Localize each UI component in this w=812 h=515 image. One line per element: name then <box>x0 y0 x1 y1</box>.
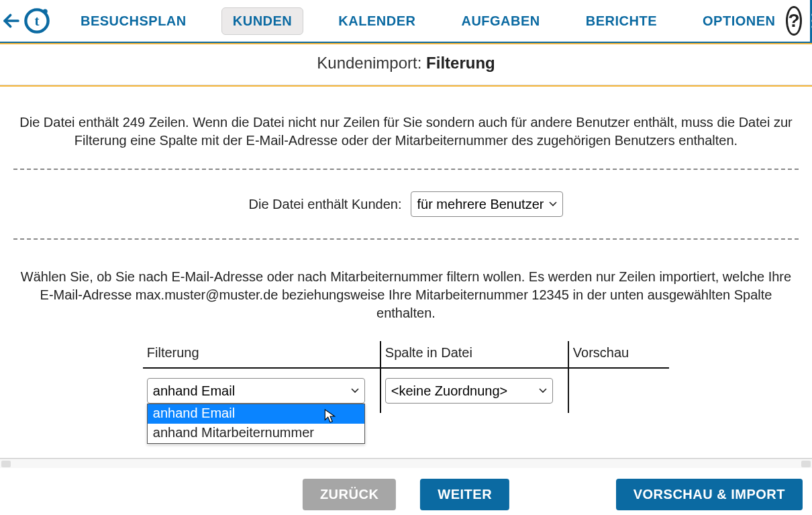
nav-berichte[interactable]: BERICHTE <box>575 8 668 34</box>
next-step-button[interactable]: WEITER <box>420 479 509 510</box>
divider-2 <box>13 238 799 240</box>
intro-paragraph: Die Datei enthält 249 Zeilen. Wenn die D… <box>17 113 795 150</box>
filter-select-wrap: anhand Email anhand Email anhand Mitarbe… <box>147 378 365 404</box>
preview-import-button[interactable]: VORSCHAU & IMPORT <box>616 479 803 510</box>
nav-kalender[interactable]: KALENDER <box>327 8 426 34</box>
scope-label: Die Datei enthält Kunden: <box>249 197 402 212</box>
th-filterung: Filterung <box>143 341 380 368</box>
subheader-wrap: Kundenimport: Filterung <box>0 43 812 87</box>
svg-text:t: t <box>35 13 40 29</box>
page-title-main: Filterung <box>426 54 495 72</box>
arrow-left-icon <box>0 9 23 32</box>
filter-select[interactable]: anhand Email <box>147 378 365 404</box>
content: Die Datei enthält 249 Zeilen. Wenn die D… <box>0 87 812 453</box>
nav-besuchsplan[interactable]: BESUCHSPLAN <box>70 8 197 34</box>
top-bar: t BESUCHSPLAN KUNDEN KALENDER AUFGABEN B… <box>0 0 812 43</box>
cell-vorschau <box>568 368 669 413</box>
filter-table: Filterung Spalte in Datei Vorschau anhan… <box>143 341 669 413</box>
horizontal-scrollbar[interactable] <box>0 459 812 468</box>
column-select[interactable]: <keine Zuordnung> <box>385 378 553 404</box>
nav-aufgaben[interactable]: AUFGABEN <box>450 8 550 34</box>
th-vorschau: Vorschau <box>568 341 669 368</box>
app-logo: t <box>23 0 51 42</box>
nav-kunden[interactable]: KUNDEN <box>221 7 304 35</box>
table-row: anhand Email anhand Email anhand Mitarbe… <box>143 368 669 413</box>
page-title-prefix: Kundenimport: <box>317 54 426 72</box>
filter-option-mitarbeiternummer[interactable]: anhand Mitarbeiternummer <box>148 424 364 443</box>
page-title: Kundenimport: Filterung <box>0 44 812 85</box>
center-buttons: ZURÜCK WEITER <box>303 479 509 510</box>
scope-row: Die Datei enthält Kunden: für mehrere Be… <box>13 170 799 238</box>
hamburger-icon <box>810 9 812 33</box>
scope-select[interactable]: für mehrere Benutzer <box>411 191 563 217</box>
bottom-bar: ZURÜCK WEITER VORSCHAU & IMPORT <box>0 468 812 515</box>
cell-filterung: anhand Email anhand Email anhand Mitarbe… <box>143 368 380 413</box>
th-spalte: Spalte in Datei <box>380 341 568 368</box>
back-button[interactable] <box>0 0 23 42</box>
filter-select-dropdown[interactable]: anhand Email anhand Mitarbeiternummer <box>147 404 365 444</box>
content-scroll[interactable]: Die Datei enthält 249 Zeilen. Wenn die D… <box>0 87 812 459</box>
filter-explain-paragraph: Wählen Sie, ob Sie nach E-Mail-Adresse o… <box>17 268 795 322</box>
nav-items: BESUCHSPLAN KUNDEN KALENDER AUFGABEN BER… <box>70 7 786 35</box>
cell-spalte: <keine Zuordnung> <box>380 368 568 413</box>
svg-point-1 <box>43 9 48 14</box>
nav-optionen[interactable]: OPTIONEN <box>692 8 786 34</box>
table-header-row: Filterung Spalte in Datei Vorschau <box>143 341 669 368</box>
menu-button[interactable] <box>810 0 812 42</box>
back-step-button[interactable]: ZURÜCK <box>303 479 396 510</box>
filter-option-email[interactable]: anhand Email <box>148 404 364 424</box>
logo-icon: t <box>23 7 51 35</box>
help-button[interactable]: ? <box>786 6 801 36</box>
